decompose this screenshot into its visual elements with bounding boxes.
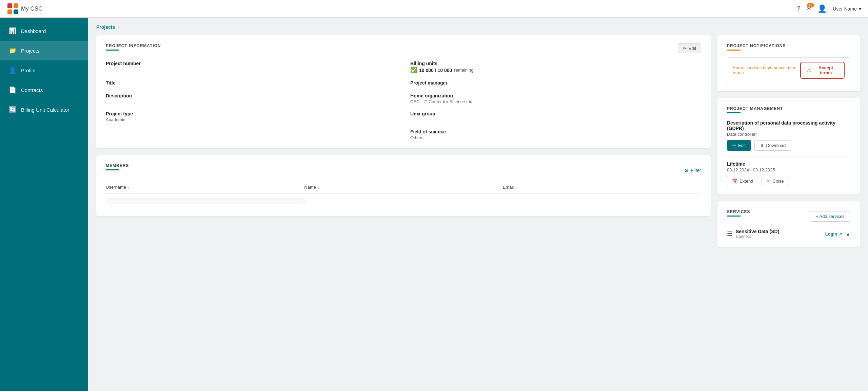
project-type-value: Academic: [106, 117, 397, 122]
sidebar: 📊 Dashboard 📁 Projects 👤 Profile 📄 Contr…: [0, 18, 88, 391]
field-of-science-field: Field of science Others: [410, 129, 701, 140]
service-sd-name: Sensitive Data (SD): [736, 229, 779, 234]
svg-rect-0: [7, 3, 12, 8]
home-org-value: CSC - IT Center for Science Ltd: [410, 99, 701, 104]
sidebar-item-dashboard[interactable]: 📊 Dashboard: [0, 21, 88, 41]
user-area[interactable]: User Name ▾: [833, 6, 861, 12]
topbar: My CSC ? ✉ 10 👤 User Name ▾: [0, 0, 868, 18]
external-link-icon: ↗: [839, 231, 842, 237]
help-icon[interactable]: ?: [797, 5, 800, 12]
row-email: [503, 198, 701, 204]
col-email: Email ↕: [503, 185, 701, 190]
billing-check-icon: ✅: [410, 67, 417, 73]
edit-button-label: Edit: [689, 46, 696, 51]
project-info-header: PROJECT INFORMATION ✏ Edit: [106, 43, 701, 57]
data-controller-label: Data controller:: [727, 132, 850, 137]
close-lifetime-button[interactable]: ✕ Close: [762, 176, 789, 186]
extend-button[interactable]: 📅 Extend: [727, 176, 758, 186]
col-name: Name ↕: [304, 185, 502, 190]
row-username: [106, 198, 304, 204]
main-content: Projects › PROJECT INFORMATION ✏ Edit: [88, 18, 868, 391]
svg-rect-2: [7, 10, 12, 14]
table-row: .: [106, 193, 701, 208]
dashboard-icon: 📊: [9, 27, 16, 35]
svg-rect-1: [14, 3, 18, 8]
mgmt-title: PROJECT MANAGEMENT: [727, 106, 850, 111]
accept-terms-warn-icon: ⚠: [807, 68, 811, 73]
service-chevron-up-icon[interactable]: ▲: [846, 231, 850, 237]
sidebar-item-billing-unit-calculator[interactable]: 🔄 Billing Unit Calculator: [0, 100, 88, 119]
project-number-label: Project number: [106, 61, 397, 66]
accept-terms-button[interactable]: ⚠ Accept terms: [800, 62, 845, 79]
edit-project-button[interactable]: ✏ Edit: [678, 43, 701, 53]
table-header: Username ↑ Name ↕ Email ↕: [106, 181, 701, 193]
service-login-button[interactable]: Login ↗: [825, 231, 842, 237]
notifications-icon[interactable]: ✉ 10: [806, 5, 811, 13]
gdpr-edit-icon: ✏: [732, 143, 736, 148]
project-management-card: PROJECT MANAGEMENT Description of person…: [717, 98, 860, 194]
user-dropdown-icon[interactable]: ▾: [859, 6, 861, 12]
sidebar-label-contracts: Contracts: [21, 87, 43, 93]
service-login-label: Login: [825, 231, 837, 237]
description-field: Description: [106, 93, 397, 104]
services-header: SERVICES + Add services: [727, 209, 850, 223]
sidebar-item-profile[interactable]: 👤 Profile: [0, 60, 88, 80]
name-sort-icon[interactable]: ↕: [317, 185, 319, 189]
filter-icon: ⚙: [684, 168, 689, 173]
field-of-science-value: Others: [410, 135, 701, 140]
sidebar-label-profile: Profile: [21, 68, 36, 73]
services-underline: [727, 216, 741, 217]
email-col-label: Email: [503, 185, 514, 190]
breadcrumb-projects-link[interactable]: Projects: [96, 24, 115, 30]
project-number-field: Project number: [106, 61, 397, 73]
gdpr-download-icon: ⬇: [760, 143, 764, 148]
services-title: SERVICES: [727, 209, 750, 214]
notification-warning-row: Some services have unaccepted terms ⚠ Ac…: [727, 57, 850, 83]
data-controller-label-text: Data controller:: [727, 132, 757, 137]
gdpr-download-button[interactable]: ⬇ Download: [754, 140, 791, 151]
project-manager-field: Project manager: [410, 80, 701, 86]
members-header: MEMBERS ⚙ Filter: [106, 163, 701, 177]
service-right: Login ↗ ▲: [825, 231, 850, 237]
sidebar-item-projects[interactable]: 📁 Projects: [0, 41, 88, 60]
row-name: .: [304, 198, 502, 204]
close-x-icon: ✕: [767, 179, 770, 184]
gdpr-buttons: ✏ Edit ⬇ Download: [727, 140, 850, 151]
field-of-science-label: Field of science: [410, 129, 701, 134]
notifications-title: PROJECT NOTIFICATIONS: [727, 43, 850, 48]
profile-icon: 👤: [9, 67, 16, 74]
service-item-sd: ☰ Sensitive Data (SD) Connect Login ↗: [727, 229, 850, 239]
members-card: MEMBERS ⚙ Filter Username ↑: [96, 155, 711, 216]
filter-button[interactable]: ⚙ Filter: [684, 168, 701, 173]
contracts-icon: 📄: [9, 86, 16, 94]
sidebar-label-dashboard: Dashboard: [21, 28, 46, 34]
extend-icon: 📅: [732, 179, 737, 184]
services-card: SERVICES + Add services ☰ Sensitive Data…: [717, 201, 860, 247]
sidebar-item-contracts[interactable]: 📄 Contracts: [0, 80, 88, 100]
gdpr-title: Description of personal data processing …: [727, 120, 850, 131]
close-label: Close: [772, 179, 784, 184]
content-grid: PROJECT INFORMATION ✏ Edit Project numbe…: [96, 35, 860, 254]
extend-label: Extend: [739, 179, 753, 184]
left-column: PROJECT INFORMATION ✏ Edit Project numbe…: [96, 35, 711, 254]
members-underline: [106, 169, 119, 170]
service-left: ☰ Sensitive Data (SD) Connect: [727, 229, 779, 239]
user-name: User Name: [833, 6, 857, 12]
email-sort-icon[interactable]: ↕: [515, 185, 517, 189]
user-avatar-icon: 👤: [817, 4, 827, 13]
billing-units-number: 10 000 / 10 000: [419, 68, 452, 73]
unix-group-label: Unix group: [410, 111, 701, 116]
notification-warning-text: Some services have unaccepted terms: [733, 65, 800, 75]
project-manager-label: Project manager: [410, 80, 701, 86]
col-username: Username ↑: [106, 185, 304, 190]
divider: [727, 156, 850, 156]
project-info-grid: Project number Billing units ✅ 10 000 / …: [106, 61, 701, 140]
username-col-label: Username: [106, 185, 126, 190]
username-sort-icon[interactable]: ↑: [127, 185, 130, 189]
name-col-label: Name: [304, 185, 316, 190]
billing-units-value-row: ✅ 10 000 / 10 000 remaining: [410, 67, 701, 73]
title-label: Title: [106, 80, 397, 86]
add-services-button[interactable]: + Add services: [810, 211, 850, 222]
project-type-field: Project type Academic: [106, 111, 397, 122]
gdpr-edit-button[interactable]: ✏ Edit: [727, 140, 751, 151]
